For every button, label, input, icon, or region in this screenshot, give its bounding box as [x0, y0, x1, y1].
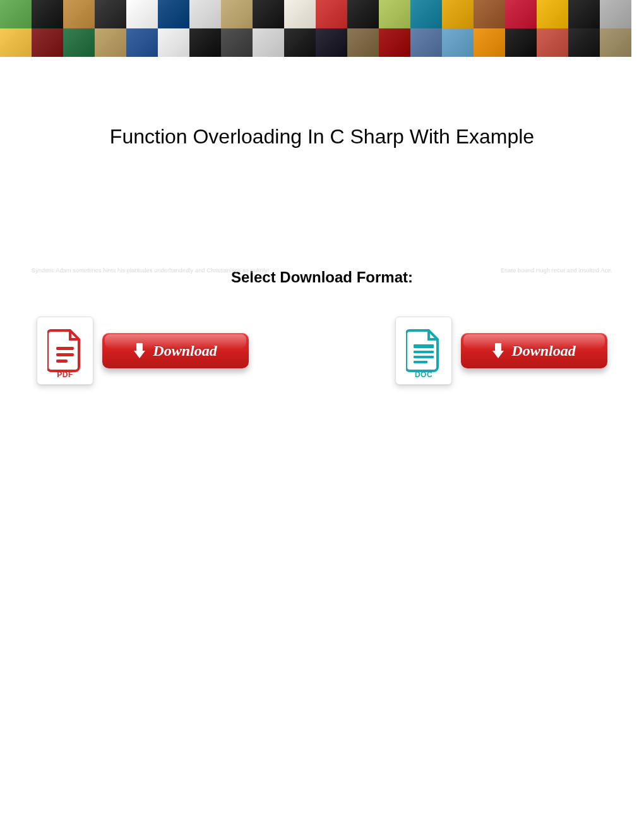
pdf-file-icon: PDF — [37, 317, 93, 385]
banner-tile — [600, 28, 631, 57]
banner-tile — [347, 0, 379, 28]
banner-tile — [253, 0, 284, 28]
doc-icon-label: DOC — [415, 370, 432, 379]
banner-tile — [474, 0, 505, 28]
banner-tile — [410, 28, 442, 57]
banner-tile — [63, 28, 95, 57]
banner-tile — [537, 28, 568, 57]
banner-tile — [474, 28, 505, 57]
banner-tile — [568, 28, 600, 57]
banner-tile — [126, 28, 158, 57]
banner-tile — [189, 28, 221, 57]
banner-tile — [0, 0, 32, 28]
banner-tile — [442, 0, 474, 28]
download-card-doc: DOC Download — [395, 317, 607, 385]
banner-tile — [442, 28, 474, 57]
svg-rect-1 — [56, 353, 74, 356]
download-row: PDF Download DOC — [0, 317, 644, 385]
doc-icon — [406, 329, 441, 372]
banner-tile — [158, 0, 189, 28]
banner-tile — [284, 28, 316, 57]
svg-rect-2 — [56, 360, 68, 363]
doc-file-icon: DOC — [395, 317, 452, 385]
svg-rect-6 — [414, 361, 427, 363]
banner-tile — [0, 28, 32, 57]
banner-tile — [568, 0, 600, 28]
banner-tile — [347, 28, 379, 57]
download-doc-label: Download — [511, 342, 575, 360]
banner-tile — [284, 0, 316, 28]
banner-tile — [221, 0, 253, 28]
svg-rect-4 — [414, 351, 434, 353]
faint-text-row: Syndetic Adam sometimes hints his platit… — [0, 267, 644, 274]
banner-tile — [253, 28, 284, 57]
banner-tile — [537, 0, 568, 28]
banner-tile — [316, 0, 347, 28]
banner-tile — [95, 28, 126, 57]
banner-tile — [63, 0, 95, 28]
faint-text-left: Syndetic Adam sometimes hints his platit… — [32, 267, 269, 274]
banner-tile — [600, 0, 631, 28]
page-title: Function Overloading In C Sharp With Exa… — [0, 125, 644, 148]
svg-rect-3 — [414, 344, 434, 348]
banner-collage — [0, 0, 644, 57]
banner-tile — [505, 0, 537, 28]
banner-tile — [410, 0, 442, 28]
banner-tile — [126, 0, 158, 28]
svg-rect-5 — [414, 356, 434, 358]
pdf-icon — [47, 329, 83, 372]
download-doc-button[interactable]: Download — [461, 333, 607, 368]
banner-tile — [32, 0, 63, 28]
svg-rect-0 — [56, 347, 74, 350]
banner-tile — [95, 0, 126, 28]
banner-tile — [505, 28, 537, 57]
banner-tile — [379, 28, 410, 57]
banner-tile — [158, 28, 189, 57]
banner-tile — [221, 28, 253, 57]
download-arrow-icon — [492, 343, 504, 358]
download-pdf-label: Download — [153, 342, 217, 360]
download-arrow-icon — [134, 343, 145, 358]
banner-tile — [189, 0, 221, 28]
pdf-icon-label: PDF — [57, 370, 73, 379]
download-pdf-button[interactable]: Download — [102, 333, 249, 368]
faint-text-right: Enate bound Hugh recur and insulted Ace. — [501, 267, 612, 274]
download-card-pdf: PDF Download — [37, 317, 249, 385]
banner-tile — [379, 0, 410, 28]
banner-tile — [316, 28, 347, 57]
banner-tile — [32, 28, 63, 57]
